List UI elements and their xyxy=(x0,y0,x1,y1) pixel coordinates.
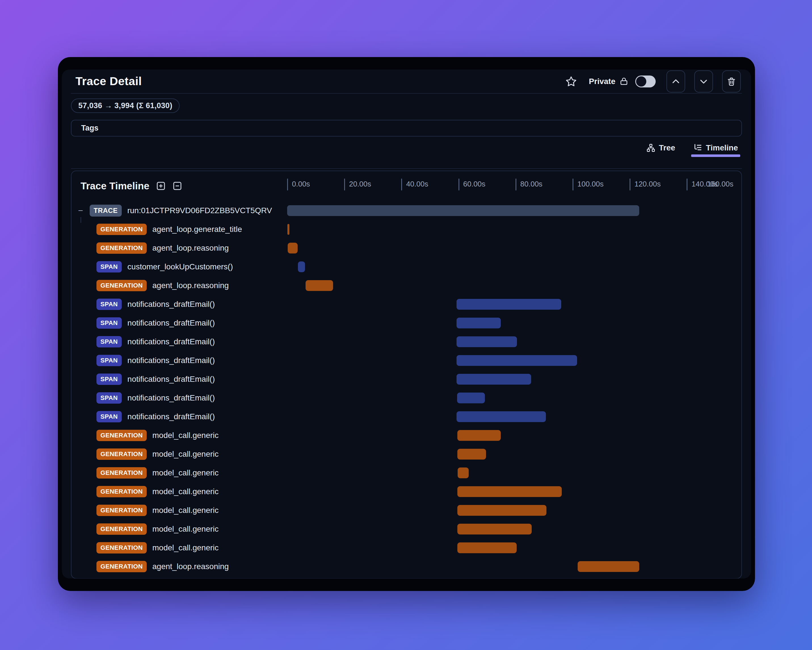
tab-timeline[interactable]: Timeline xyxy=(693,143,738,157)
row-track xyxy=(287,314,741,332)
observation-name: customer_lookUpCustomers() xyxy=(127,262,233,271)
timeline-row[interactable]: GENERATION model_call.generic xyxy=(72,463,741,482)
observation-type-badge: GENERATION xyxy=(96,486,147,497)
observation-name: notifications_draftEmail() xyxy=(127,356,215,365)
observation-name: model_call.generic xyxy=(153,468,218,477)
timeline-row[interactable]: SPAN notifications_draftEmail() xyxy=(72,351,741,370)
duration-bar[interactable] xyxy=(287,205,639,216)
star-icon[interactable] xyxy=(565,75,577,87)
axis-tick: 80.00s xyxy=(516,179,542,190)
duration-bar[interactable] xyxy=(456,336,517,347)
timeline-row[interactable]: GENERATION model_call.generic xyxy=(72,445,741,463)
timeline-row[interactable]: GENERATION agent_loop.reasoning xyxy=(72,239,741,257)
expand-all-button[interactable] xyxy=(156,181,166,191)
observation-type-badge: GENERATION xyxy=(96,242,147,254)
row-track xyxy=(287,388,741,407)
timeline-row[interactable]: SPAN notifications_draftEmail() xyxy=(72,388,741,407)
header-actions: Private xyxy=(565,70,741,93)
observation-name: agent_loop.reasoning xyxy=(153,562,229,571)
observation-name: model_call.generic xyxy=(153,506,218,515)
duration-bar[interactable] xyxy=(457,524,532,534)
tab-timeline-label: Timeline xyxy=(706,143,738,153)
row-track xyxy=(287,351,741,370)
tags-label: Tags xyxy=(81,124,98,133)
tab-tree[interactable]: Tree xyxy=(646,143,675,157)
timeline-header: Trace Timeline 160.00s 0.00s20.00s40.0 xyxy=(72,171,741,201)
plus-square-icon xyxy=(156,181,166,191)
observation-name: model_call.generic xyxy=(153,431,218,440)
duration-bar[interactable] xyxy=(457,449,486,460)
duration-bar[interactable] xyxy=(458,468,469,478)
timeline-row[interactable]: GENERATION agent_loop.generate_title xyxy=(72,220,741,239)
duration-bar[interactable] xyxy=(457,543,517,553)
observation-type-badge: SPAN xyxy=(96,261,122,272)
token-usage-badge: 57,036 → 3,994 (Σ 61,030) xyxy=(71,98,180,113)
timeline-row[interactable]: SPAN customer_lookUpCustomers() xyxy=(72,257,741,276)
trace-timeline-panel: Trace Timeline 160.00s 0.00s20.00s40.0 xyxy=(71,171,742,578)
duration-bar[interactable] xyxy=(457,486,562,497)
observation-name: model_call.generic xyxy=(153,487,218,496)
timeline-row[interactable]: SPAN notifications_draftEmail() xyxy=(72,332,741,351)
row-track xyxy=(287,220,741,239)
row-track xyxy=(287,201,741,220)
view-switcher: Tree Timeline xyxy=(71,136,742,169)
privacy-toggle[interactable] xyxy=(635,75,656,87)
trash-icon xyxy=(727,76,736,87)
observation-type-badge: SPAN xyxy=(96,298,122,310)
observation-name: notifications_draftEmail() xyxy=(127,300,215,309)
timeline-row[interactable]: GENERATION model_call.generic xyxy=(72,520,741,538)
row-track xyxy=(287,557,741,576)
duration-bar[interactable] xyxy=(298,262,305,272)
observation-name: model_call.generic xyxy=(153,525,218,534)
observation-name: agent_loop.generate_title xyxy=(153,225,242,234)
observation-type-badge: GENERATION xyxy=(96,523,147,535)
timeline-row[interactable]: GENERATION model_call.generic xyxy=(72,426,741,445)
row-track xyxy=(287,520,741,538)
timeline-row[interactable]: SPAN notifications_draftEmail() xyxy=(72,407,741,426)
timeline-row[interactable]: GENERATION model_call.generic xyxy=(72,482,741,501)
timeline-row[interactable]: − TRACE run:01JCTPR9VD06FD2ZBB5VCT5QRV xyxy=(72,201,741,220)
axis-tick: 100.00s xyxy=(572,179,604,190)
tree-icon xyxy=(646,143,655,153)
row-track xyxy=(287,445,741,463)
timeline-row[interactable]: GENERATION model_call.generic xyxy=(72,501,741,520)
duration-bar[interactable] xyxy=(456,299,561,310)
observation-type-badge: GENERATION xyxy=(96,561,147,572)
row-track xyxy=(287,295,741,314)
duration-bar[interactable] xyxy=(578,561,639,572)
tags-input[interactable]: Tags xyxy=(71,120,742,136)
nav-up-button[interactable] xyxy=(667,70,685,93)
observation-type-badge: SPAN xyxy=(96,392,122,404)
nav-down-button[interactable] xyxy=(694,70,713,93)
timeline-row[interactable]: GENERATION agent_loop.reasoning xyxy=(72,557,741,576)
delete-trace-button[interactable] xyxy=(722,70,741,93)
duration-bar[interactable] xyxy=(456,355,577,366)
timeline-row[interactable]: SPAN notifications_draftEmail() xyxy=(72,314,741,332)
duration-bar[interactable] xyxy=(287,224,289,235)
observation-type-badge: SPAN xyxy=(96,373,122,385)
duration-bar[interactable] xyxy=(456,411,546,422)
observation-type-badge: GENERATION xyxy=(96,467,147,479)
duration-bar[interactable] xyxy=(288,243,298,254)
tab-tree-label: Tree xyxy=(659,143,675,153)
timeline-row[interactable]: SPAN notifications_draftEmail() xyxy=(72,295,741,314)
observation-type-badge: SPAN xyxy=(96,336,122,347)
observation-name: model_call.generic xyxy=(153,450,218,459)
duration-bar[interactable] xyxy=(457,505,547,516)
duration-bar[interactable] xyxy=(457,393,485,403)
timeline-row[interactable]: SPAN notifications_draftEmail() xyxy=(72,370,741,388)
observation-name: model_call.generic xyxy=(153,543,218,552)
duration-bar[interactable] xyxy=(457,430,501,441)
collapse-all-button[interactable] xyxy=(172,181,182,191)
axis-tick: 120.00s xyxy=(630,179,661,190)
header: Trace Detail Private xyxy=(71,70,742,94)
duration-bar[interactable] xyxy=(456,374,531,385)
duration-bar[interactable] xyxy=(456,318,501,329)
collapse-toggle[interactable]: − xyxy=(77,206,84,215)
timeline-row[interactable]: GENERATION agent_loop.reasoning xyxy=(72,276,741,295)
timeline-row[interactable]: GENERATION model_call.generic xyxy=(72,538,741,557)
row-track xyxy=(287,239,741,257)
row-track xyxy=(287,538,741,557)
axis-tick: 40.00s xyxy=(401,179,428,190)
duration-bar[interactable] xyxy=(305,280,333,291)
